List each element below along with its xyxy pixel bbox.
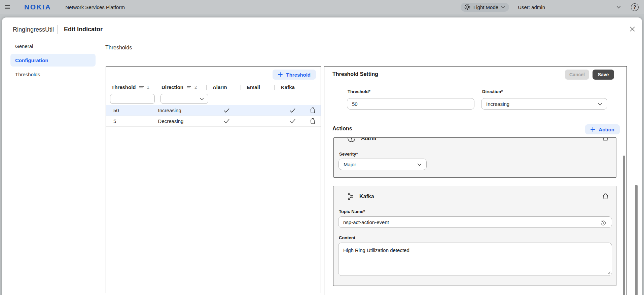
column-separator xyxy=(308,85,308,90)
restore-default-button[interactable] xyxy=(599,219,607,227)
sidebar-divider xyxy=(98,38,98,293)
hamburger-menu-icon[interactable] xyxy=(0,0,15,14)
dialog-title: Edit Indicator xyxy=(64,26,103,33)
resize-grip-icon[interactable] xyxy=(607,271,611,275)
page-scrollbar-thumb[interactable] xyxy=(635,185,638,295)
plus-icon xyxy=(591,127,595,132)
trash-icon xyxy=(603,193,608,200)
alarm-icon xyxy=(347,137,356,142)
breadcrumb: RingIngressUtil xyxy=(13,26,54,33)
kafka-icon xyxy=(347,193,354,200)
threshold-filter-input[interactable] xyxy=(110,94,155,104)
column-header-threshold[interactable]: Threshold 1 xyxy=(106,84,156,90)
column-header-direction[interactable]: Direction 2 xyxy=(156,84,206,90)
help-icon[interactable]: ? xyxy=(631,3,639,11)
topic-name-field-label: Topic Name* xyxy=(339,209,365,214)
threshold-input[interactable] xyxy=(347,98,474,110)
close-icon[interactable] xyxy=(628,25,637,33)
cancel-button[interactable]: Cancel xyxy=(565,70,589,80)
sort-icon xyxy=(186,85,191,89)
user-label: User: admin xyxy=(518,4,545,10)
cell-threshold: 5 xyxy=(106,118,158,124)
sidebar: General Configuration Thresholds xyxy=(2,38,98,82)
chevron-down-icon xyxy=(417,163,422,166)
topic-name-input[interactable] xyxy=(338,216,612,228)
panel-scrollbar-thumb[interactable] xyxy=(623,156,625,295)
table-filter-row xyxy=(106,94,321,104)
sort-icon xyxy=(139,85,144,89)
edit-indicator-dialog: RingIngressUtil Edit Indicator General C… xyxy=(2,17,642,295)
top-bar: NOKIA Network Services Platform Light Mo… xyxy=(0,0,644,14)
kafka-checkmark-icon xyxy=(276,119,309,124)
threshold-setting-panel: Threshold Setting Cancel Save Threshold*… xyxy=(324,66,627,295)
nokia-logo: NOKIA xyxy=(24,3,51,11)
delete-kafka-action-button[interactable] xyxy=(602,192,609,201)
column-header-kafka[interactable]: Kafka xyxy=(275,84,308,90)
theme-mode-dropdown[interactable]: Light Mode xyxy=(461,3,509,12)
sidebar-item-thresholds[interactable]: Thresholds xyxy=(10,68,96,81)
direction-field-label: Direction* xyxy=(482,89,503,94)
content-field-label: Content xyxy=(339,235,355,240)
sort-order-badge: 1 xyxy=(147,85,149,90)
table-row[interactable]: 50 Increasing xyxy=(106,105,321,116)
chevron-down-icon xyxy=(501,6,505,8)
plus-icon xyxy=(278,72,283,77)
kafka-card-title: Kafka xyxy=(359,194,374,200)
trash-icon xyxy=(310,118,316,124)
column-header-alarm[interactable]: Alarm xyxy=(207,84,241,90)
severity-field-label: Severity* xyxy=(339,152,358,157)
panel-title: Threshold Setting xyxy=(332,71,378,77)
save-button[interactable]: Save xyxy=(593,70,614,80)
thresholds-table: Threshold Threshold 1 Direction 2 Alarm xyxy=(106,66,321,293)
sun-icon xyxy=(464,4,471,10)
page-title: Thresholds xyxy=(105,45,132,51)
trash-icon xyxy=(603,137,608,141)
cell-threshold: 50 xyxy=(106,108,158,113)
user-menu-chevron-icon[interactable] xyxy=(616,6,621,9)
sidebar-item-configuration[interactable]: Configuration xyxy=(10,54,96,67)
delete-row-button[interactable] xyxy=(309,117,317,125)
alarm-checkmark-icon xyxy=(210,119,243,124)
delete-alarm-action-button[interactable] xyxy=(602,137,609,142)
kafka-action-card: Kafka Topic Name* Content High Ring Util… xyxy=(333,186,616,286)
sort-order-badge: 2 xyxy=(194,85,197,90)
alarm-card-title: Alarm xyxy=(361,137,376,141)
history-icon xyxy=(600,220,606,226)
add-threshold-button[interactable]: Threshold xyxy=(273,70,316,80)
actions-scroll-area: Alarm Severity* Major xyxy=(324,137,627,295)
delete-row-button[interactable] xyxy=(309,106,317,115)
kafka-checkmark-icon xyxy=(276,108,309,113)
sidebar-item-general[interactable]: General xyxy=(10,40,96,52)
cell-direction: Decreasing xyxy=(158,118,210,124)
theme-mode-label: Light Mode xyxy=(473,4,498,10)
direction-select[interactable]: Increasing xyxy=(481,98,607,110)
content-textarea[interactable]: High Ring Utilization detected xyxy=(338,243,612,276)
header-divider xyxy=(57,25,58,34)
alarm-checkmark-icon xyxy=(210,108,243,113)
chevron-down-icon xyxy=(598,103,602,106)
actions-heading: Actions xyxy=(332,126,352,132)
table-header-row: Threshold 1 Direction 2 Alarm Email xyxy=(106,82,321,92)
threshold-field-label: Threshold* xyxy=(348,89,370,94)
table-row[interactable]: 5 Decreasing xyxy=(106,116,321,127)
dialog-header: RingIngressUtil Edit Indicator xyxy=(2,17,642,38)
cell-direction: Increasing xyxy=(158,108,210,113)
severity-select[interactable]: Major xyxy=(338,159,427,170)
chevron-down-icon xyxy=(200,98,204,100)
add-action-button[interactable]: Action xyxy=(585,124,620,134)
alarm-action-card: Alarm Severity* Major xyxy=(333,137,616,178)
column-header-email[interactable]: Email xyxy=(241,84,274,90)
direction-filter-select[interactable] xyxy=(160,94,208,104)
trash-icon xyxy=(310,107,316,114)
app-title: Network Services Platform xyxy=(65,4,125,10)
